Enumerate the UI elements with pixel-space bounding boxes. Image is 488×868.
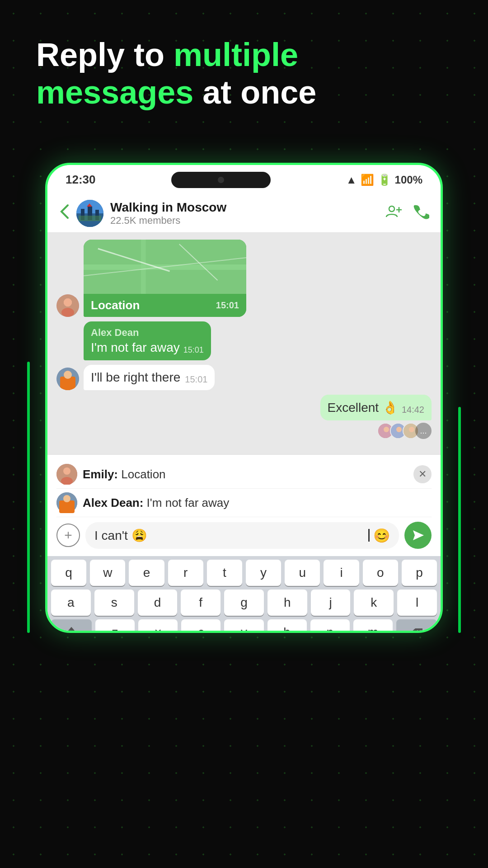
- key-x[interactable]: x: [138, 619, 178, 633]
- location-text: Location: [91, 298, 140, 312]
- right-there-time: 15:01: [185, 374, 207, 385]
- key-i[interactable]: i: [324, 560, 359, 586]
- headline-reply: Reply to: [36, 37, 174, 73]
- emily-avatar: [56, 294, 79, 317]
- notch: [171, 172, 271, 188]
- svg-marker-37: [66, 627, 77, 633]
- key-o[interactable]: o: [363, 560, 398, 586]
- reply-emily-message: Location: [118, 467, 166, 481]
- chat-info: Walking in Moscow 22.5K members: [110, 200, 379, 226]
- location-label: Location 15:01: [84, 294, 246, 317]
- reply-emily-sender: Emily:: [83, 467, 118, 481]
- svg-point-27: [396, 427, 402, 432]
- key-l[interactable]: l: [397, 590, 437, 616]
- key-k[interactable]: k: [354, 590, 394, 616]
- reply-emily-avatar: [56, 464, 77, 485]
- location-map: [84, 240, 246, 294]
- signal-icon: 📶: [361, 174, 374, 186]
- green-line-right: [458, 407, 461, 633]
- reply-alex-avatar: [56, 492, 77, 513]
- right-there-bubble: I'll be right there 15:01: [84, 365, 215, 390]
- svg-point-22: [64, 371, 72, 379]
- key-y[interactable]: y: [246, 560, 281, 586]
- key-c[interactable]: c: [181, 619, 221, 633]
- back-button[interactable]: [59, 203, 70, 224]
- reply-alex-text: Alex Dean: I'm not far away: [83, 496, 229, 510]
- chat-header: Walking in Moscow 22.5K members: [47, 194, 441, 233]
- right-there-text: I'll be right there: [91, 370, 180, 385]
- alex-bubble: Alex Dean I'm not far away 15:01: [84, 321, 211, 360]
- key-g[interactable]: g: [224, 590, 264, 616]
- chat-actions: [385, 203, 429, 223]
- headline-atonce: at once: [193, 74, 316, 110]
- message-input-container[interactable]: I can't 😩 😊: [85, 522, 399, 549]
- keyboard-row-1: q w e r t y u i o p: [51, 560, 437, 586]
- svg-line-39: [417, 631, 421, 633]
- key-f[interactable]: f: [181, 590, 221, 616]
- key-b[interactable]: b: [267, 619, 307, 633]
- location-message: Location 15:01: [56, 240, 375, 317]
- key-w[interactable]: w: [90, 560, 125, 586]
- reply-compose: Emily: Location ✕ Alex Dean: I'm not far…: [47, 454, 441, 556]
- keyboard-row-2: a s d f g h j k l: [51, 590, 437, 616]
- headline: Reply to multiple messages at once: [36, 36, 452, 111]
- send-button[interactable]: [404, 522, 432, 549]
- reply-alex-message: I'm not far away: [143, 496, 229, 509]
- wifi-icon: ▲: [346, 174, 357, 186]
- outgoing-text: Excellent 👌: [328, 400, 398, 415]
- alex-sender: Alex Dean: [91, 327, 204, 339]
- notch-camera: [218, 177, 224, 183]
- svg-line-38: [417, 631, 421, 633]
- key-u[interactable]: u: [285, 560, 320, 586]
- key-d[interactable]: d: [138, 590, 178, 616]
- key-s[interactable]: s: [94, 590, 134, 616]
- status-bar: 12:30 ▲ 📶 🔋 100%: [47, 165, 441, 194]
- add-member-button[interactable]: [385, 203, 402, 223]
- text-cursor: [368, 529, 370, 542]
- reply-item-alex: Alex Dean: I'm not far away: [56, 489, 432, 517]
- outgoing-message: Excellent 👌 14:42: [320, 395, 432, 439]
- key-a[interactable]: a: [51, 590, 91, 616]
- close-replies-button[interactable]: ✕: [413, 465, 432, 483]
- input-row: + I can't 😩 😊: [56, 517, 432, 551]
- key-n[interactable]: n: [310, 619, 350, 633]
- key-j[interactable]: j: [311, 590, 351, 616]
- svg-point-12: [61, 308, 74, 317]
- attach-button[interactable]: +: [56, 524, 80, 547]
- svg-point-29: [409, 427, 414, 432]
- reply-item-emily: Emily: Location ✕: [56, 460, 432, 489]
- chat-members: 22.5K members: [110, 215, 379, 226]
- key-t[interactable]: t: [207, 560, 242, 586]
- svg-point-7: [389, 206, 394, 212]
- key-v[interactable]: v: [224, 619, 263, 633]
- more-reactions-button[interactable]: ...: [415, 423, 432, 439]
- male-avatar: [56, 368, 79, 390]
- svg-point-35: [63, 495, 70, 502]
- group-avatar: [76, 200, 103, 227]
- alex-time: 15:01: [183, 345, 204, 355]
- battery-icon: 🔋: [378, 174, 391, 186]
- key-r[interactable]: r: [168, 560, 203, 586]
- key-e[interactable]: e: [129, 560, 164, 586]
- chat-messages: Location 15:01 Alex Dean I'm not far awa…: [47, 233, 441, 454]
- key-p[interactable]: p: [402, 560, 437, 586]
- svg-point-31: [63, 467, 70, 475]
- message-input-text[interactable]: I can't 😩: [94, 528, 365, 543]
- key-h[interactable]: h: [267, 590, 307, 616]
- call-button[interactable]: [413, 203, 429, 223]
- phone-frame: 12:30 ▲ 📶 🔋 100%: [45, 163, 443, 633]
- key-z[interactable]: z: [95, 619, 135, 633]
- reactions-row: ...: [381, 423, 432, 439]
- emoji-button[interactable]: 😊: [373, 528, 390, 543]
- key-m[interactable]: m: [353, 619, 393, 633]
- chat-name: Walking in Moscow: [110, 200, 379, 215]
- headline-messages: messages: [36, 74, 193, 110]
- key-q[interactable]: q: [51, 560, 86, 586]
- group-avatar-image: [76, 200, 103, 227]
- svg-rect-16: [141, 240, 146, 294]
- battery-percent: 100%: [395, 174, 422, 186]
- green-line-left: [27, 362, 30, 633]
- svg-rect-6: [79, 216, 101, 221]
- alex-message: Alex Dean I'm not far away 15:01: [84, 321, 403, 360]
- svg-rect-34: [59, 500, 75, 513]
